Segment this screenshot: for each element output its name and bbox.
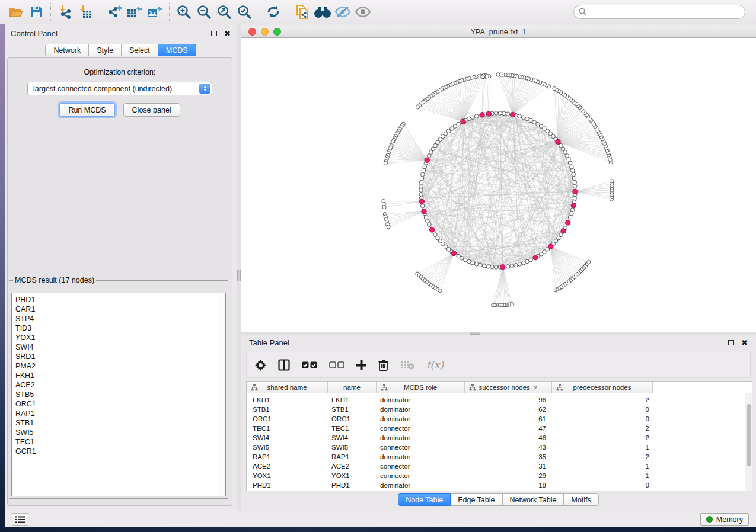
- mcds-result-item[interactable]: SRD1: [15, 352, 225, 361]
- close-panel-button[interactable]: Close panel: [123, 103, 180, 117]
- satellite-node[interactable]: [481, 75, 484, 79]
- node-table[interactable]: shared namenameMCDS rolesuccessor nodes∨…: [246, 381, 752, 491]
- mcds-hub-node[interactable]: [566, 220, 570, 225]
- satellite-node[interactable]: [382, 206, 386, 209]
- table-row[interactable]: YOX1YOX1connector291: [247, 471, 752, 480]
- ring-node[interactable]: [467, 117, 471, 121]
- export-network-icon[interactable]: [104, 2, 125, 21]
- ring-node[interactable]: [474, 262, 479, 267]
- mcds-result-item[interactable]: ORC1: [15, 399, 225, 409]
- ring-node[interactable]: [518, 114, 522, 118]
- delete-column-icon[interactable]: [378, 359, 388, 371]
- mcds-result-item[interactable]: SWI4: [15, 342, 225, 352]
- ring-node[interactable]: [420, 172, 425, 177]
- mcds-hub-node[interactable]: [556, 139, 560, 144]
- ring-node[interactable]: [498, 111, 502, 116]
- ring-node[interactable]: [572, 177, 576, 181]
- ring-node[interactable]: [419, 180, 423, 184]
- table-scrollbar-thumb[interactable]: [747, 404, 751, 466]
- satellite-node[interactable]: [587, 260, 591, 264]
- tab-network-table[interactable]: Network Table: [503, 493, 564, 506]
- satellite-node[interactable]: [384, 161, 387, 165]
- ring-node[interactable]: [525, 259, 529, 264]
- ring-node[interactable]: [490, 265, 495, 269]
- mcds-hub-node[interactable]: [461, 119, 465, 124]
- table-row[interactable]: ORC1ORC1dominator610: [247, 414, 752, 424]
- tab-motifs[interactable]: Motifs: [564, 493, 598, 506]
- mcds-result-item[interactable]: SWI5: [15, 428, 225, 437]
- ring-node[interactable]: [482, 264, 486, 268]
- mcds-hub-node[interactable]: [480, 113, 484, 117]
- show-columns-icon[interactable]: [278, 359, 290, 371]
- mcds-hub-node[interactable]: [486, 111, 491, 116]
- mcds-hub-node[interactable]: [429, 227, 434, 232]
- float-panel-icon[interactable]: [211, 31, 217, 36]
- ring-node[interactable]: [471, 116, 475, 120]
- ring-node[interactable]: [568, 216, 572, 220]
- ring-node[interactable]: [572, 172, 576, 177]
- mcds-hub-node[interactable]: [500, 265, 505, 270]
- table-scrollbar[interactable]: [745, 393, 752, 491]
- ring-node[interactable]: [424, 216, 428, 220]
- delete-table-icon[interactable]: [400, 360, 414, 370]
- ring-node[interactable]: [479, 263, 483, 267]
- export-table-icon[interactable]: [125, 2, 145, 21]
- tab-style[interactable]: Style: [89, 44, 122, 56]
- ring-node[interactable]: [423, 165, 427, 169]
- table-row[interactable]: SWI4SWI4dominator462: [247, 433, 752, 443]
- ring-node[interactable]: [532, 120, 537, 124]
- mcds-hub-node[interactable]: [548, 244, 553, 249]
- clone-network-icon[interactable]: [292, 2, 312, 21]
- import-table-icon[interactable]: [75, 2, 95, 21]
- ring-node[interactable]: [419, 184, 423, 188]
- satellite-node[interactable]: [438, 289, 442, 293]
- ring-node[interactable]: [471, 261, 475, 265]
- satellite-node[interactable]: [416, 105, 419, 109]
- mcds-hub-node[interactable]: [422, 209, 426, 214]
- mcds-hub-node[interactable]: [511, 112, 515, 117]
- mcds-result-item[interactable]: STP4: [15, 314, 225, 323]
- add-column-icon[interactable]: [356, 360, 366, 370]
- satellite-node[interactable]: [387, 225, 390, 229]
- ring-node[interactable]: [419, 188, 423, 193]
- ring-node[interactable]: [510, 264, 514, 268]
- mcds-hub-node[interactable]: [571, 203, 576, 208]
- zoom-out-icon[interactable]: [194, 2, 214, 21]
- ring-node[interactable]: [514, 263, 518, 267]
- show-panels-list-icon[interactable]: [12, 513, 28, 526]
- float-table-panel-icon[interactable]: [728, 340, 734, 345]
- ring-node[interactable]: [502, 111, 506, 116]
- mcds-result-item[interactable]: ACE2: [15, 380, 225, 390]
- ring-node[interactable]: [570, 208, 575, 212]
- ring-node[interactable]: [559, 143, 563, 148]
- mcds-hub-node[interactable]: [451, 251, 456, 255]
- column-header-shared-name[interactable]: shared name: [247, 382, 328, 393]
- ring-node[interactable]: [529, 118, 533, 123]
- tab-network[interactable]: Network: [45, 44, 89, 56]
- zoom-in-icon[interactable]: [174, 2, 194, 21]
- ring-node[interactable]: [494, 265, 498, 270]
- mcds-hub-node[interactable]: [419, 199, 424, 204]
- satellite-node[interactable]: [511, 303, 514, 306]
- ring-node[interactable]: [568, 161, 572, 165]
- mcds-result-item[interactable]: PMA2: [15, 361, 225, 371]
- ring-node[interactable]: [506, 265, 510, 269]
- mcds-result-item[interactable]: STB5: [15, 390, 225, 399]
- column-header-predecessor-nodes[interactable]: predecessor nodes: [552, 382, 653, 393]
- ring-node[interactable]: [521, 261, 525, 265]
- network-graph[interactable]: [241, 38, 756, 332]
- open-file-icon[interactable]: [6, 2, 26, 21]
- mcds-result-item[interactable]: FKH1: [15, 371, 225, 380]
- network-view-canvas[interactable]: [241, 38, 756, 332]
- tab-edge-table[interactable]: Edge Table: [451, 493, 502, 506]
- function-builder-icon[interactable]: f(x): [426, 359, 444, 371]
- mcds-hub-node[interactable]: [561, 229, 566, 233]
- ring-node[interactable]: [420, 204, 425, 208]
- mcds-result-item[interactable]: PHD1: [15, 295, 225, 305]
- ring-node[interactable]: [467, 259, 471, 264]
- ring-node[interactable]: [573, 184, 578, 188]
- ring-node[interactable]: [518, 262, 522, 267]
- tab-node-table[interactable]: Node Table: [398, 493, 451, 506]
- table-settings-gear-icon[interactable]: [255, 360, 266, 371]
- ring-node[interactable]: [529, 258, 533, 262]
